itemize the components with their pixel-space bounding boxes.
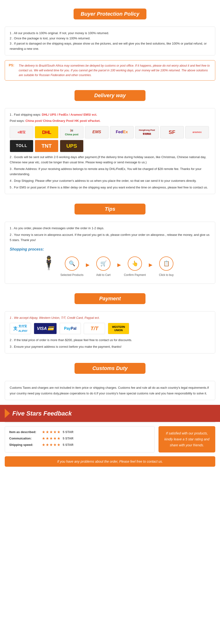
person-figure: 🕴 xyxy=(41,256,59,270)
buyer-protection-title: Buyer Protection Policy xyxy=(81,11,139,17)
feedback-ratings: Item as described: ★★★★★ 5 STAR Commuica… xyxy=(5,426,155,452)
payment-title: Payment xyxy=(99,296,121,302)
carrier-dhl: DHL xyxy=(35,126,58,138)
stars-1: ★★★★★ xyxy=(42,430,61,434)
payment-note-1: 1 . We accept Alipay, Western Union, T/T… xyxy=(10,315,210,320)
tt-logo: T/T xyxy=(84,323,105,334)
stars-3: ★★★★★ xyxy=(42,442,61,447)
person-icon: 🕴 xyxy=(41,256,57,270)
step-1-label: Selected Products xyxy=(60,272,83,277)
fast-ship-line: 1 . Fast shipping ways: DHL/ UPS / FedEx… xyxy=(10,112,210,117)
western-union-logo: WESTERNUNION xyxy=(108,323,129,334)
ps-notice: PS: The delivery to Brazil/South Africa … xyxy=(5,60,215,80)
carrier-tnt: TNT xyxy=(35,140,58,152)
step-selected-products: 🔍 Selected Products xyxy=(59,256,85,277)
post-ways-label: Post ways: xyxy=(10,119,25,122)
customs-header: Customs Duty xyxy=(75,363,145,374)
payment-note-3: 3 . Ensure your payment address is corre… xyxy=(10,344,210,350)
delivery-title: Delivery way xyxy=(94,92,126,98)
step-add-to-cart: 🛒 Add to Cart xyxy=(90,256,116,277)
step-4-label: Click to buy xyxy=(159,272,174,277)
process-steps: 🕴 🔍 Selected Products ▶ 🛒 Add to Cart ▶ … xyxy=(10,256,210,277)
ps-text: The delivery to Brazil/South Africa may … xyxy=(19,63,211,78)
arrow-1: ▶ xyxy=(86,256,89,269)
shopping-process-title: Shopping process: xyxy=(10,246,210,252)
delivery-note-5: 5 . For EMS or post parcel: if there is … xyxy=(10,185,210,190)
tips-title: Tips xyxy=(105,206,115,212)
tips-content: 1 . As you order, please check messages … xyxy=(5,222,215,284)
stars-2: ★★★★★ xyxy=(42,436,61,441)
feedback-right-panel: If satisfied with our products, kindly l… xyxy=(158,426,215,452)
carrier-toll: TOLL xyxy=(10,140,33,152)
five-stars-header: Five Stars Feedback xyxy=(0,405,220,422)
carrier-aramex: aramex xyxy=(185,126,209,138)
step-buy-icon: 📋 xyxy=(159,256,173,271)
ps-label: PS: xyxy=(9,63,16,78)
payment-logos: 支 支付宝ALIPAY VISA 💳 PayPal T/T WESTERNUNI… xyxy=(10,323,210,334)
five-stars-title: Five Stars Feedback xyxy=(12,410,72,417)
bp-item-3: 3 . If parcel is damaged on the shipping… xyxy=(10,41,210,52)
payment-section: Payment 1 . We accept Alipay, Western Un… xyxy=(0,288,220,354)
bottom-contact[interactable]: If you have any problems about the order… xyxy=(5,456,215,467)
fast-ship-carriers: DHL/ UPS / FedEx / Aramex/ EMS/ ect. xyxy=(42,113,97,116)
payment-note-2: 2 . If the total price of order is more … xyxy=(10,338,210,343)
star-count-1: 5 STAR xyxy=(63,430,73,434)
carrier-logos: e邮宝 DHL 🏣China post EMS FedEx HongKong P… xyxy=(10,126,210,152)
arrow-3: ▶ xyxy=(149,256,152,269)
star-count-3: 5 STAR xyxy=(63,443,73,446)
star-label-1: Item as described: xyxy=(9,430,40,434)
delivery-header: Delivery way xyxy=(75,90,145,101)
bp-item-1: 1 . All our products is 100% original. I… xyxy=(10,30,210,36)
customs-text: Customs Taxes and charges are not includ… xyxy=(10,385,210,396)
payment-header: Payment xyxy=(75,293,145,304)
post-ways-carriers: China post/ China Ordinary Post/ HK post… xyxy=(25,119,100,122)
feedback-right-text: If satisfied with our products, kindly l… xyxy=(163,430,211,448)
paypal-logo: PayPal xyxy=(60,323,81,334)
delivery-note-2: 2 . Goods will be sent out within 2-5 wo… xyxy=(10,154,210,165)
star-count-2: 5 STAR xyxy=(63,436,73,440)
bp-item-2: 2 . Once the package is lost, your money… xyxy=(10,36,210,41)
step-cart-icon: 🛒 xyxy=(96,256,110,271)
delivery-note-3: 3 . Remote Address: If your receiving ad… xyxy=(10,166,210,177)
arrow-icon xyxy=(5,409,10,418)
tips-header: Tips xyxy=(75,204,145,214)
carrier-ems: EMS xyxy=(85,126,109,138)
tips-section: Tips 1 . As you order, please check mess… xyxy=(0,199,220,284)
step-2-label: Add to Cart xyxy=(96,272,111,277)
tip-2: 2 . Your money is secure in aliexpress a… xyxy=(10,232,210,243)
star-row-communication: Commuication: ★★★★★ 5 STAR xyxy=(9,436,150,441)
carrier-chinapost: 🏣China post xyxy=(60,126,84,138)
star-label-3: Shipping speed: xyxy=(9,443,40,446)
step-payment-icon: 👆 xyxy=(128,256,142,271)
customs-content: Customs Taxes and charges are not includ… xyxy=(5,381,215,400)
payment-content: 1 . We accept Alipay, Western Union, T/T… xyxy=(5,311,215,354)
carrier-ups: UPS xyxy=(60,140,84,152)
step-search-icon: 🔍 xyxy=(65,256,79,271)
delivery-note-4: 4 . Drop Shipping: Please offer your cus… xyxy=(10,178,210,184)
arrow-2: ▶ xyxy=(117,256,121,269)
buyer-protection-content: 1 . All our products is 100% original. I… xyxy=(5,26,215,56)
buyer-protection-section: Buyer Protection Policy 1 . All our prod… xyxy=(0,4,220,80)
star-label-2: Commuication: xyxy=(9,436,40,440)
customs-section: Customs Duty Customs Taxes and charges a… xyxy=(0,358,220,400)
star-row-item-described: Item as described: ★★★★★ 5 STAR xyxy=(9,430,150,434)
visa-logo: VISA 💳 xyxy=(34,323,57,334)
feedback-table: Item as described: ★★★★★ 5 STAR Commuica… xyxy=(5,426,215,452)
post-ways-line: Post ways: China post/ China Ordinary Po… xyxy=(10,118,210,124)
tip-1: 1 . As you order, please check messages … xyxy=(10,226,210,231)
delivery-section: Delivery way 1 . Fast shipping ways: DHL… xyxy=(0,85,220,194)
divider xyxy=(5,422,215,422)
step-click-to-buy: 📋 Click to buy xyxy=(153,256,179,277)
alipay-logo: 支 支付宝ALIPAY xyxy=(10,323,31,334)
carrier-epbao: e邮宝 xyxy=(10,126,33,138)
delivery-content: 1 . Fast shipping ways: DHL/ UPS / FedEx… xyxy=(5,108,215,194)
carrier-sf: SF xyxy=(160,126,184,138)
customs-title: Customs Duty xyxy=(92,365,127,371)
carrier-fedex: FedEx xyxy=(110,126,134,138)
carrier-hkpost: HongKong Post香港郵政 xyxy=(135,126,159,138)
step-3-label: Confirm Payment xyxy=(124,272,146,277)
buyer-protection-header: Buyer Protection Policy xyxy=(74,8,146,20)
step-confirm-payment: 👆 Confirm Payment xyxy=(122,256,148,277)
star-row-shipping: Shipping speed: ★★★★★ 5 STAR xyxy=(9,442,150,447)
bottom-contact-text: If you have any problems about the order… xyxy=(57,460,163,464)
